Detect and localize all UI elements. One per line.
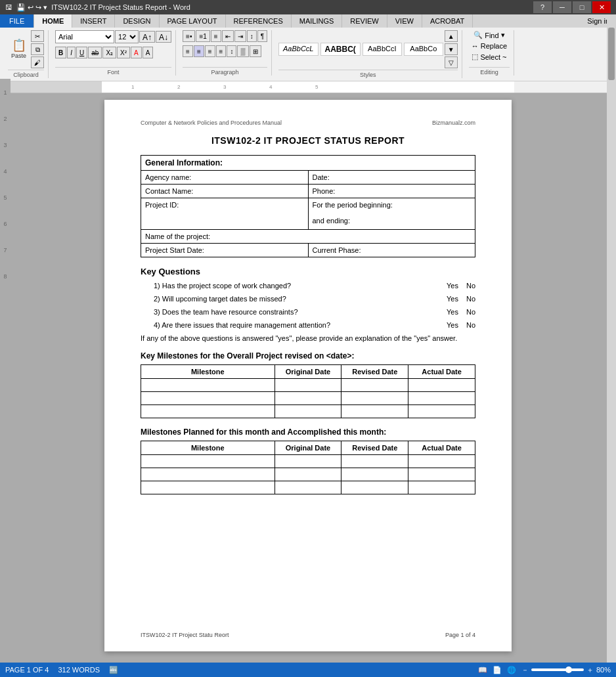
question-1: 1) Has the project scope of work changed… (154, 282, 475, 290)
tab-insert[interactable]: INSERT (72, 14, 115, 28)
project-name-label: Name of the project: (141, 230, 475, 244)
page-footer: ITSW102-2 IT Project Statu Reort Page 1 … (141, 632, 475, 638)
superscript-button[interactable]: X² (117, 47, 130, 58)
subscript-button[interactable]: X₂ (102, 47, 116, 58)
footer-left: ITSW102-2 IT Project Statu Reort (141, 632, 229, 638)
styles-label: Styles (278, 70, 458, 78)
replace-icon: ↔ (472, 42, 479, 50)
font-family-select[interactable]: Arial (55, 30, 114, 43)
copy-button[interactable]: ⧉ (31, 43, 44, 55)
start-date-label: Project Start Date: (141, 244, 309, 257)
q1-yes: Yes (447, 282, 458, 290)
editing-label: Editing (469, 67, 510, 76)
align-left-button[interactable]: ≡ (183, 45, 193, 57)
select-icon: ⬚ (472, 53, 478, 61)
page-header: Computer & Network Policies and Procedur… (141, 120, 475, 126)
line-spacing-button[interactable]: ↕ (227, 45, 236, 57)
italic-button[interactable]: I (67, 47, 76, 58)
agency-name-label: Agency name: (141, 171, 309, 185)
clipboard-group: 📋 Paste ✂ ⧉ 🖌 Clipboard (4, 30, 49, 78)
tab-page-layout[interactable]: PAGE LAYOUT (160, 14, 226, 28)
minimize-button[interactable]: ─ (553, 1, 571, 13)
document-page[interactable]: Computer & Network Policies and Procedur… (104, 100, 512, 651)
font-size-select[interactable]: 12 (115, 30, 139, 43)
general-info-header: General Information: (141, 156, 475, 171)
find-button[interactable]: 🔍 Find ▾ (471, 30, 507, 40)
ribbon: FILE HOME INSERT DESIGN PAGE LAYOUT REFE… (0, 14, 616, 81)
highlight-button[interactable]: A (143, 47, 154, 58)
underline-button[interactable]: U (76, 47, 87, 58)
format-painter-button[interactable]: 🖌 (31, 56, 44, 68)
milestone-monthly-row-3 (141, 481, 475, 494)
bold-button[interactable]: B (55, 47, 66, 58)
styles-group: AaBbCcL AABBC( AaBbCcI AaBbCo ▲ ▼ ▽ Styl… (275, 30, 462, 78)
yes-note: If any of the above questions is answere… (141, 334, 475, 342)
font-group: Arial 12 A↑ A↓ B I U ab X₂ X² A A (51, 30, 176, 76)
key-questions-title: Key Questions (141, 267, 475, 276)
contact-name-label: Contact Name: (141, 185, 309, 198)
shrink-font-button[interactable]: A↓ (156, 31, 171, 43)
milestone-monthly-row-2 (141, 468, 475, 481)
col-actual-date-1: Actual Date (408, 365, 475, 379)
milestones-overall-title: Key Milestones for the Overall Project r… (141, 351, 475, 360)
close-button[interactable]: ✕ (592, 1, 611, 13)
tab-view[interactable]: VIEW (387, 14, 422, 28)
cut-button[interactable]: ✂ (31, 30, 44, 42)
help-button[interactable]: ? (533, 1, 552, 13)
style-emphasis[interactable]: AaBbCcL (278, 43, 318, 56)
align-right-button[interactable]: ≡ (205, 45, 215, 57)
bullets-button[interactable]: ≡• (183, 30, 195, 42)
tab-review[interactable]: REVIEW (342, 14, 387, 28)
maximize-button[interactable]: □ (573, 1, 591, 13)
q3-no: No (466, 308, 475, 316)
period-label: For the period beginning:and ending: (308, 198, 475, 230)
milestone-overall-row-2 (141, 392, 475, 405)
question-3: 3) Does the team have resource constrain… (154, 308, 475, 316)
footer-right: Page 1 of 4 (445, 632, 475, 638)
styles-expand[interactable]: ▽ (445, 56, 458, 68)
style-heading1[interactable]: AABBC( (320, 43, 361, 56)
document-area: Computer & Network Policies and Procedur… (0, 93, 616, 658)
tab-home[interactable]: HOME (34, 14, 72, 28)
select-button[interactable]: ⬚ Select ~ (469, 52, 509, 62)
question-4: 4) Are there issues that require managem… (154, 321, 475, 329)
tab-design[interactable]: DESIGN (115, 14, 159, 28)
tab-mailings[interactable]: MAILINGS (292, 14, 343, 28)
milestone-overall-row-1 (141, 379, 475, 392)
text-color-button[interactable]: A (131, 47, 142, 58)
show-marks-button[interactable]: ¶ (257, 30, 267, 42)
increase-indent-button[interactable]: ⇥ (234, 30, 246, 42)
multilevel-button[interactable]: ≡ (211, 30, 221, 42)
styles-scroll-up[interactable]: ▲ (445, 30, 458, 42)
justify-button[interactable]: ≡ (216, 45, 227, 57)
right-scrollbar[interactable] (607, 14, 616, 658)
replace-button[interactable]: ↔ Replace (469, 41, 510, 51)
tab-references[interactable]: REFERENCES (226, 14, 292, 28)
styles-scroll-down[interactable]: ▼ (445, 43, 458, 55)
phone-label: Phone: (308, 185, 475, 198)
col-revised-date-1: Revised Date (341, 365, 408, 379)
current-phase-label: Current Phase: (308, 244, 475, 257)
paste-button[interactable]: 📋 Paste (8, 35, 30, 63)
project-id-label: Project ID: (141, 198, 309, 230)
paste-icon: 📋 (12, 39, 26, 51)
ribbon-content: 📋 Paste ✂ ⧉ 🖌 Clipboard Arial (0, 28, 616, 81)
col-original-date-1: Original Date (275, 365, 341, 379)
scrollbar-thumb[interactable] (608, 28, 615, 80)
style-heading2[interactable]: AaBbCcI (363, 43, 402, 56)
strikethrough-button[interactable]: ab (88, 47, 102, 58)
numbering-button[interactable]: ≡1 (196, 30, 209, 42)
col-milestone-2: Milestone (141, 441, 275, 455)
tab-file[interactable]: FILE (0, 14, 34, 28)
align-center-button[interactable]: ≡ (194, 45, 204, 57)
style-heading3[interactable]: AaBbCo (404, 43, 443, 56)
q2-yes: Yes (447, 295, 458, 303)
decrease-indent-button[interactable]: ⇤ (222, 30, 234, 42)
window-controls[interactable]: ? ─ □ ✕ (533, 1, 611, 13)
tab-acrobat[interactable]: ACROBAT (422, 14, 473, 28)
shading-button[interactable]: ▒ (237, 45, 248, 57)
grow-font-button[interactable]: A↑ (139, 31, 155, 43)
milestones-monthly-title: Milestones Planned for this month and Ac… (141, 427, 475, 437)
sort-button[interactable]: ↕ (247, 30, 257, 42)
borders-button[interactable]: ⊞ (250, 45, 261, 57)
